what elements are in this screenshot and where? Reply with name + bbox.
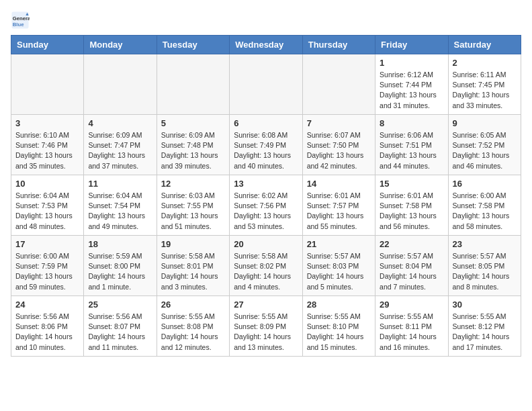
calendar-cell	[11, 54, 84, 115]
day-info: Sunrise: 6:06 AM Sunset: 7:51 PM Dayligh…	[380, 130, 443, 171]
calendar-cell: 11Sunrise: 6:04 AM Sunset: 7:54 PM Dayli…	[84, 175, 157, 236]
day-number: 28	[307, 300, 371, 310]
calendar-cell: 21Sunrise: 5:57 AM Sunset: 8:03 PM Dayli…	[302, 236, 375, 296]
day-number: 24	[15, 300, 79, 310]
logo: General Blue	[11, 11, 32, 30]
day-number: 25	[88, 300, 152, 310]
day-number: 23	[453, 239, 517, 249]
day-number: 6	[234, 118, 298, 128]
day-number: 21	[307, 239, 371, 249]
day-info: Sunrise: 6:09 AM Sunset: 7:47 PM Dayligh…	[88, 130, 152, 171]
week-row-2: 3Sunrise: 6:10 AM Sunset: 7:46 PM Daylig…	[11, 115, 521, 175]
day-info: Sunrise: 6:09 AM Sunset: 7:48 PM Dayligh…	[161, 130, 225, 171]
day-info: Sunrise: 6:12 AM Sunset: 7:44 PM Dayligh…	[380, 70, 443, 111]
day-number: 17	[15, 239, 79, 249]
week-row-1: 1Sunrise: 6:12 AM Sunset: 7:44 PM Daylig…	[11, 54, 521, 115]
calendar-cell: 30Sunrise: 5:55 AM Sunset: 8:12 PM Dayli…	[448, 296, 521, 357]
weekday-header-tuesday: Tuesday	[157, 36, 229, 54]
page-header: General Blue	[11, 11, 521, 30]
day-info: Sunrise: 6:01 AM Sunset: 7:57 PM Dayligh…	[307, 191, 371, 232]
week-row-4: 17Sunrise: 6:00 AM Sunset: 7:59 PM Dayli…	[11, 236, 521, 296]
calendar-cell: 7Sunrise: 6:07 AM Sunset: 7:50 PM Daylig…	[302, 115, 375, 175]
day-number: 7	[307, 118, 371, 128]
week-row-3: 10Sunrise: 6:04 AM Sunset: 7:53 PM Dayli…	[11, 175, 521, 236]
day-number: 4	[88, 118, 152, 128]
calendar-cell: 16Sunrise: 6:00 AM Sunset: 7:58 PM Dayli…	[448, 175, 521, 236]
day-info: Sunrise: 5:55 AM Sunset: 8:10 PM Dayligh…	[307, 312, 371, 353]
weekday-header-thursday: Thursday	[302, 36, 375, 54]
calendar-cell: 1Sunrise: 6:12 AM Sunset: 7:44 PM Daylig…	[375, 54, 448, 115]
day-number: 26	[161, 300, 225, 310]
day-number: 30	[453, 300, 517, 310]
weekday-header-wednesday: Wednesday	[230, 36, 302, 54]
day-number: 3	[15, 118, 79, 128]
calendar-cell: 18Sunrise: 5:59 AM Sunset: 8:00 PM Dayli…	[84, 236, 157, 296]
calendar-cell: 28Sunrise: 5:55 AM Sunset: 8:10 PM Dayli…	[302, 296, 375, 357]
day-info: Sunrise: 5:57 AM Sunset: 8:05 PM Dayligh…	[453, 251, 517, 292]
day-info: Sunrise: 6:02 AM Sunset: 7:56 PM Dayligh…	[234, 191, 298, 232]
calendar-cell: 3Sunrise: 6:10 AM Sunset: 7:46 PM Daylig…	[11, 115, 84, 175]
calendar-cell	[302, 54, 375, 115]
day-info: Sunrise: 6:11 AM Sunset: 7:45 PM Dayligh…	[453, 70, 517, 111]
day-number: 10	[15, 179, 79, 189]
day-number: 12	[161, 179, 225, 189]
day-info: Sunrise: 5:56 AM Sunset: 8:07 PM Dayligh…	[88, 312, 152, 353]
day-number: 15	[380, 179, 443, 189]
day-info: Sunrise: 5:58 AM Sunset: 8:01 PM Dayligh…	[161, 251, 225, 292]
day-info: Sunrise: 6:00 AM Sunset: 7:59 PM Dayligh…	[15, 251, 79, 292]
day-info: Sunrise: 6:03 AM Sunset: 7:55 PM Dayligh…	[161, 191, 225, 232]
calendar-cell: 5Sunrise: 6:09 AM Sunset: 7:48 PM Daylig…	[157, 115, 229, 175]
day-number: 16	[453, 179, 517, 189]
day-number: 18	[88, 239, 152, 249]
calendar-cell: 19Sunrise: 5:58 AM Sunset: 8:01 PM Dayli…	[157, 236, 229, 296]
calendar-cell: 6Sunrise: 6:08 AM Sunset: 7:49 PM Daylig…	[230, 115, 302, 175]
day-info: Sunrise: 6:05 AM Sunset: 7:52 PM Dayligh…	[453, 130, 517, 171]
weekday-header-saturday: Saturday	[448, 36, 521, 54]
calendar-cell: 24Sunrise: 5:56 AM Sunset: 8:06 PM Dayli…	[11, 296, 84, 357]
calendar-cell: 4Sunrise: 6:09 AM Sunset: 7:47 PM Daylig…	[84, 115, 157, 175]
calendar-cell: 13Sunrise: 6:02 AM Sunset: 7:56 PM Dayli…	[230, 175, 302, 236]
calendar-cell: 9Sunrise: 6:05 AM Sunset: 7:52 PM Daylig…	[448, 115, 521, 175]
calendar-cell: 20Sunrise: 5:58 AM Sunset: 8:02 PM Dayli…	[230, 236, 302, 296]
day-info: Sunrise: 6:04 AM Sunset: 7:53 PM Dayligh…	[15, 191, 79, 232]
svg-text:Blue: Blue	[13, 21, 24, 28]
day-number: 2	[453, 58, 517, 68]
svg-text:General: General	[13, 15, 30, 21]
day-info: Sunrise: 5:59 AM Sunset: 8:00 PM Dayligh…	[88, 251, 152, 292]
day-number: 11	[88, 179, 152, 189]
day-number: 5	[161, 118, 225, 128]
day-info: Sunrise: 6:00 AM Sunset: 7:58 PM Dayligh…	[453, 191, 517, 232]
day-info: Sunrise: 5:56 AM Sunset: 8:06 PM Dayligh…	[15, 312, 79, 353]
header-row: SundayMondayTuesdayWednesdayThursdayFrid…	[11, 36, 521, 54]
calendar-cell: 2Sunrise: 6:11 AM Sunset: 7:45 PM Daylig…	[448, 54, 521, 115]
calendar-cell: 14Sunrise: 6:01 AM Sunset: 7:57 PM Dayli…	[302, 175, 375, 236]
day-info: Sunrise: 6:07 AM Sunset: 7:50 PM Dayligh…	[307, 130, 371, 171]
logo-icon: General Blue	[11, 11, 30, 30]
calendar-cell: 23Sunrise: 5:57 AM Sunset: 8:05 PM Dayli…	[448, 236, 521, 296]
day-number: 8	[380, 118, 443, 128]
day-number: 22	[380, 239, 443, 249]
calendar-cell: 25Sunrise: 5:56 AM Sunset: 8:07 PM Dayli…	[84, 296, 157, 357]
calendar-cell: 15Sunrise: 6:01 AM Sunset: 7:58 PM Dayli…	[375, 175, 448, 236]
day-info: Sunrise: 6:08 AM Sunset: 7:49 PM Dayligh…	[234, 130, 298, 171]
calendar-cell: 27Sunrise: 5:55 AM Sunset: 8:09 PM Dayli…	[230, 296, 302, 357]
day-number: 9	[453, 118, 517, 128]
calendar-cell: 22Sunrise: 5:57 AM Sunset: 8:04 PM Dayli…	[375, 236, 448, 296]
calendar-table: SundayMondayTuesdayWednesdayThursdayFrid…	[11, 35, 521, 357]
calendar-header: SundayMondayTuesdayWednesdayThursdayFrid…	[11, 36, 521, 54]
day-info: Sunrise: 6:04 AM Sunset: 7:54 PM Dayligh…	[88, 191, 152, 232]
day-number: 13	[234, 179, 298, 189]
day-info: Sunrise: 5:55 AM Sunset: 8:12 PM Dayligh…	[453, 312, 517, 353]
calendar-cell: 26Sunrise: 5:55 AM Sunset: 8:08 PM Dayli…	[157, 296, 229, 357]
calendar-cell	[230, 54, 302, 115]
calendar-cell: 8Sunrise: 6:06 AM Sunset: 7:51 PM Daylig…	[375, 115, 448, 175]
calendar-cell: 10Sunrise: 6:04 AM Sunset: 7:53 PM Dayli…	[11, 175, 84, 236]
day-number: 1	[380, 58, 443, 68]
day-number: 19	[161, 239, 225, 249]
day-info: Sunrise: 5:57 AM Sunset: 8:03 PM Dayligh…	[307, 251, 371, 292]
day-info: Sunrise: 5:55 AM Sunset: 8:11 PM Dayligh…	[380, 312, 443, 353]
day-info: Sunrise: 5:55 AM Sunset: 8:08 PM Dayligh…	[161, 312, 225, 353]
weekday-header-sunday: Sunday	[11, 36, 84, 54]
weekday-header-friday: Friday	[375, 36, 448, 54]
week-row-5: 24Sunrise: 5:56 AM Sunset: 8:06 PM Dayli…	[11, 296, 521, 357]
